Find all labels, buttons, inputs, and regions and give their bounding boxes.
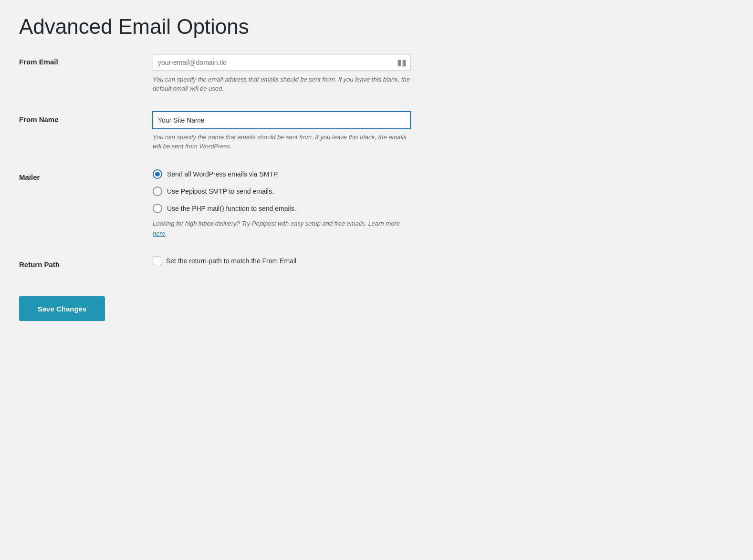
- return-path-checkbox-label: Set the return-path to match the From Em…: [166, 257, 296, 265]
- mailer-pepipost-label: Use Pepipost SMTP to send emails.: [167, 187, 274, 195]
- from-name-description: You can specify the name that emails sho…: [153, 133, 410, 151]
- pepipost-note-text-before: Looking for high inbox delivery? Try Pep…: [153, 220, 400, 227]
- mailer-option-smtp[interactable]: Send all WordPress emails via SMTP.: [153, 169, 410, 179]
- from-email-description: You can specify the email address that e…: [153, 75, 410, 93]
- mailer-option-phpmail[interactable]: Use the PHP mail() function to send emai…: [153, 204, 410, 213]
- from-email-input[interactable]: [153, 54, 410, 71]
- mailer-radio-pepipost[interactable]: [153, 187, 162, 196]
- save-changes-button[interactable]: Save Changes: [19, 296, 105, 321]
- return-path-label: Return Path: [19, 257, 153, 269]
- page-title: Advanced Email Options: [19, 14, 410, 40]
- pepipost-learn-more-link[interactable]: here: [153, 230, 165, 237]
- from-name-input[interactable]: [153, 112, 410, 129]
- mailer-label: Mailer: [19, 169, 153, 181]
- from-name-row: From Name You can specify the name that …: [19, 112, 410, 156]
- mailer-option-pepipost[interactable]: Use Pepipost SMTP to send emails.: [153, 187, 410, 196]
- return-path-row: Return Path Set the return-path to match…: [19, 257, 410, 273]
- mailer-row: Mailer Send all WordPress emails via SMT…: [19, 169, 410, 244]
- mailer-field: Send all WordPress emails via SMTP. Use …: [153, 169, 410, 239]
- from-email-input-wrapper: ▮▮: [153, 54, 410, 71]
- mailer-phpmail-label: Use the PHP mail() function to send emai…: [167, 205, 296, 212]
- return-path-checkbox[interactable]: [153, 257, 161, 265]
- pepipost-note-text-after: .: [165, 230, 167, 237]
- from-email-row: From Email ▮▮ You can specify the email …: [19, 54, 410, 98]
- pepipost-note: Looking for high inbox delivery? Try Pep…: [153, 219, 410, 239]
- from-name-label: From Name: [19, 112, 153, 124]
- from-name-input-wrapper: [153, 112, 410, 129]
- return-path-field: Set the return-path to match the From Em…: [153, 257, 410, 265]
- from-email-label: From Email: [19, 54, 153, 66]
- return-path-option[interactable]: Set the return-path to match the From Em…: [153, 257, 410, 265]
- mailer-radio-group: Send all WordPress emails via SMTP. Use …: [153, 169, 410, 213]
- mailer-radio-smtp[interactable]: [153, 169, 162, 179]
- mailer-smtp-label: Send all WordPress emails via SMTP.: [167, 170, 279, 178]
- from-email-field: ▮▮ You can specify the email address tha…: [153, 54, 410, 93]
- from-name-field: You can specify the name that emails sho…: [153, 112, 410, 151]
- mailer-radio-phpmail[interactable]: [153, 204, 162, 213]
- contact-card-icon[interactable]: ▮▮: [397, 57, 407, 68]
